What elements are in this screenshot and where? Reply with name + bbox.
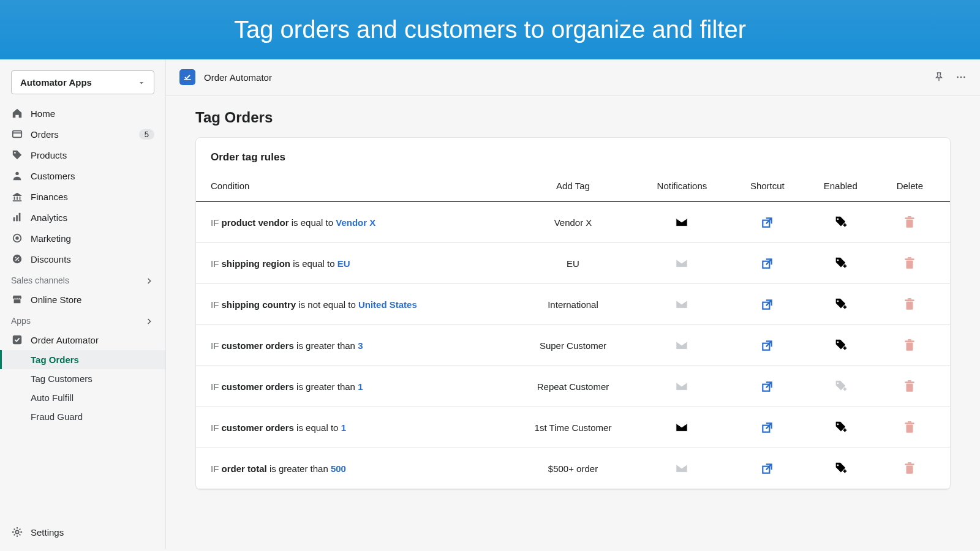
notification-toggle[interactable] — [633, 201, 731, 243]
cond-val: United States — [358, 299, 417, 310]
enabled-toggle[interactable] — [804, 448, 877, 489]
sidebar-item-label: Home — [31, 108, 55, 119]
cond-val: 1 — [341, 422, 346, 433]
pin-icon[interactable] — [933, 72, 944, 83]
svg-point-27 — [837, 301, 839, 302]
svg-rect-38 — [907, 384, 913, 392]
table-row: IF product vendor is equal to Vendor X V… — [196, 201, 950, 243]
sidebar-item-discounts[interactable]: Discounts — [0, 249, 165, 269]
delete-button[interactable] — [877, 366, 950, 407]
cond-field: product vendor — [222, 217, 289, 228]
chevron-right-icon — [145, 316, 154, 326]
notification-toggle[interactable] — [633, 448, 731, 489]
delete-button[interactable] — [877, 243, 950, 284]
col-addtag: Add Tag — [513, 168, 633, 201]
orders-icon — [11, 128, 23, 140]
notification-toggle[interactable] — [633, 325, 731, 366]
svg-rect-28 — [907, 302, 913, 310]
notification-toggle[interactable] — [633, 366, 731, 407]
cond-op: is greater than — [270, 463, 328, 474]
svg-rect-20 — [908, 216, 912, 217]
cond-val: 3 — [358, 340, 363, 351]
shortcut-button[interactable] — [731, 366, 804, 407]
shortcut-button[interactable] — [731, 325, 804, 366]
enabled-toggle[interactable] — [804, 325, 877, 366]
apps-header[interactable]: Apps — [0, 310, 165, 329]
shortcut-button[interactable] — [731, 201, 804, 243]
card-title: Order tag rules — [196, 138, 950, 168]
subnav-label: Auto Fulfill — [31, 392, 74, 403]
notification-toggle[interactable] — [633, 284, 731, 325]
shortcut-button[interactable] — [731, 407, 804, 448]
enabled-toggle[interactable] — [804, 407, 877, 448]
table-row: IF customer orders is equal to 1 1st Tim… — [196, 407, 950, 448]
addtag-cell: International — [513, 284, 633, 325]
sidebar-item-products[interactable]: Products — [0, 144, 165, 165]
topbar-title: Order Automator — [204, 72, 272, 83]
finances-icon — [11, 190, 23, 203]
svg-rect-0 — [13, 131, 21, 138]
cond-if: IF — [211, 217, 219, 228]
enabled-toggle[interactable] — [804, 366, 877, 407]
subnav-tag-customers[interactable]: Tag Customers — [0, 369, 165, 388]
delete-button[interactable] — [877, 201, 950, 243]
gear-icon — [11, 526, 23, 538]
analytics-icon — [11, 211, 23, 223]
cond-op: is equal to — [296, 422, 338, 433]
more-icon[interactable] — [956, 72, 967, 83]
sidebar-item-customers[interactable]: Customers — [0, 165, 165, 186]
svg-rect-19 — [905, 217, 914, 219]
svg-point-15 — [963, 77, 965, 78]
sidebar-item-home[interactable]: Home — [0, 103, 165, 124]
sidebar-item-marketing[interactable]: Marketing — [0, 228, 165, 249]
svg-rect-29 — [905, 299, 914, 301]
subnav-auto-fulfill[interactable]: Auto Fulfill — [0, 388, 165, 407]
table-row: IF order total is greater than 500 $500+… — [196, 448, 950, 489]
enabled-toggle[interactable] — [804, 201, 877, 243]
sidebar-item-order-automator[interactable]: Order Automator — [0, 329, 165, 350]
shortcut-button[interactable] — [731, 284, 804, 325]
svg-rect-40 — [908, 380, 912, 381]
subnav-fraud-guard[interactable]: Fraud Guard — [0, 407, 165, 426]
svg-rect-3 — [13, 217, 15, 221]
sidebar-item-online-store[interactable]: Online Store — [0, 289, 165, 310]
sales-channels-header[interactable]: Sales channels — [0, 269, 165, 289]
delete-button[interactable] — [877, 448, 950, 489]
topbar: Order Automator — [166, 59, 980, 96]
shortcut-button[interactable] — [731, 243, 804, 284]
svg-point-32 — [837, 342, 839, 343]
sidebar-item-label: Analytics — [31, 212, 67, 223]
notification-toggle[interactable] — [633, 407, 731, 448]
checkbox-icon — [11, 334, 23, 346]
svg-point-10 — [18, 260, 19, 261]
condition-cell: IF customer orders is equal to 1 — [196, 407, 513, 448]
shortcut-button[interactable] — [731, 448, 804, 489]
delete-button[interactable] — [877, 407, 950, 448]
banner: Tag orders and customers to organize and… — [0, 0, 980, 59]
products-icon — [11, 149, 23, 161]
cond-if: IF — [211, 258, 219, 269]
enabled-toggle[interactable] — [804, 284, 877, 325]
sidebar-item-analytics[interactable]: Analytics — [0, 207, 165, 228]
svg-rect-34 — [905, 340, 914, 342]
svg-rect-4 — [16, 215, 18, 221]
subnav-tag-orders[interactable]: Tag Orders — [0, 350, 165, 369]
col-notifications: Notifications — [633, 168, 731, 201]
sidebar: Automator Apps Home Orders 5 Products Cu… — [0, 59, 166, 549]
app-selector[interactable]: Automator Apps — [11, 70, 154, 94]
enabled-toggle[interactable] — [804, 243, 877, 284]
cond-field: customer orders — [222, 340, 294, 351]
svg-rect-18 — [907, 220, 913, 228]
notification-toggle[interactable] — [633, 243, 731, 284]
condition-cell: IF product vendor is equal to Vendor X — [196, 201, 513, 243]
sidebar-item-orders[interactable]: Orders 5 — [0, 124, 165, 144]
cond-if: IF — [211, 381, 219, 392]
cond-op: is equal to — [293, 258, 334, 269]
svg-rect-48 — [907, 466, 913, 474]
sidebar-item-settings[interactable]: Settings — [0, 522, 165, 549]
sidebar-item-finances[interactable]: Finances — [0, 186, 165, 207]
customers-icon — [11, 170, 23, 182]
delete-button[interactable] — [877, 284, 950, 325]
delete-button[interactable] — [877, 325, 950, 366]
cond-val: Vendor X — [336, 217, 375, 228]
